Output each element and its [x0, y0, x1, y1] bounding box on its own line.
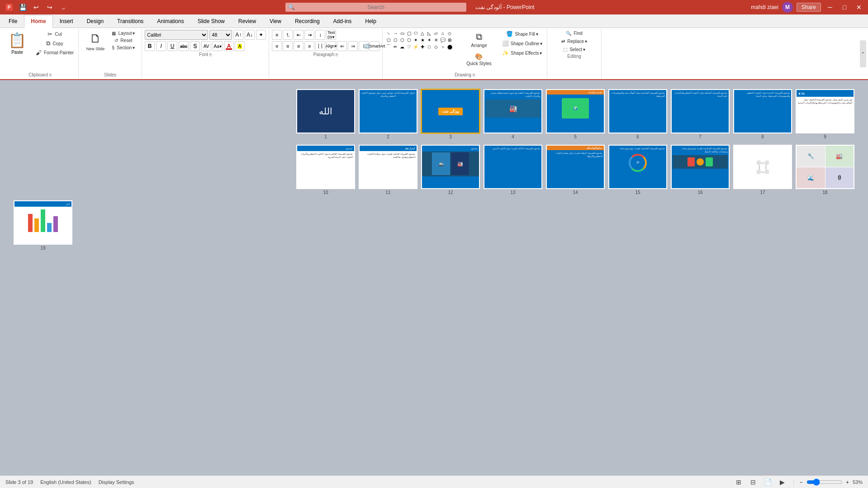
slide-wrapper-5[interactable]: نفت و ترکیبات 🌍 5 [546, 89, 605, 139]
convert-smartart-button[interactable]: 🔄SmartArt [370, 41, 379, 51]
normal-view-button[interactable]: ⊞ [733, 477, 744, 488]
shape-triangle[interactable]: △ [419, 30, 426, 36]
slide-frame-1[interactable]: الله [296, 89, 355, 133]
slide-frame-10[interactable]: محتوى محتوى الشريحة العاشرة حول التلوث ا… [296, 145, 355, 189]
line-spacing-button[interactable]: ↕ [315, 30, 325, 40]
shape-octagon[interactable]: ⬡ [406, 37, 412, 43]
shape-fill-dropdown[interactable]: ▾ [536, 32, 538, 37]
slide-frame-11[interactable]: کنترل‌ نظر محتوى الشريحة الحادية عشرة حو… [359, 145, 417, 189]
undo-button[interactable]: ↩ [31, 2, 42, 13]
clipboard-label[interactable]: Clipboard ⎘ [28, 72, 52, 77]
tab-view[interactable]: View [263, 15, 288, 28]
minimize-button[interactable]: ─ [825, 2, 835, 13]
shape-pentagon[interactable]: ⬠ [385, 37, 392, 43]
slide-frame-16[interactable]: محتوى الشريحة السادسة عشرة مع رسوم بياني… [671, 145, 730, 189]
slide-wrapper-3[interactable]: ویژگی نفت 3 [421, 89, 480, 139]
shape-rtriangle[interactable]: ◺ [426, 30, 432, 36]
font-size-select[interactable]: 48 36 24 18 12 [209, 30, 232, 40]
replace-dropdown[interactable]: ▾ [585, 39, 587, 44]
shape-arrow[interactable]: → [392, 30, 398, 36]
shape-heptagon[interactable]: ⬡ [399, 37, 405, 43]
collapse-ribbon-button[interactable]: ⌃ [860, 40, 866, 67]
paragraph-label[interactable]: Paragraph ⎘ [313, 52, 338, 57]
slide-frame-12[interactable]: محتوى 🚢 🏭 [421, 145, 480, 189]
tab-animations[interactable]: Animations [150, 15, 190, 28]
slide-wrapper-17[interactable]: ⬜—⬜│ │⬜—⬜ 17 [733, 145, 792, 195]
slide-frame-6[interactable]: محتوى الشريحة السادسة حول آلودگی نفت وال… [608, 89, 667, 133]
shape-flow2[interactable]: ◇ [433, 43, 439, 50]
slide-wrapper-13[interactable]: محتوى الشريحة الثالثة عشرة حول التلوث ال… [484, 145, 542, 195]
tab-help[interactable]: Help [358, 15, 383, 28]
slide-frame-9[interactable]: 🛢 OIL نص عربي كثيف يمثل محتوى الشريحة ال… [796, 89, 854, 133]
font-name-select[interactable]: Calibri Arial Times New Roman [145, 30, 208, 40]
decrease-font-button[interactable]: A↓ [245, 30, 255, 40]
drawing-expand-icon[interactable]: ⎘ [473, 73, 475, 77]
slide-frame-3[interactable]: ویژگی نفت [421, 89, 480, 133]
rtl-button[interactable]: ⇐ [337, 41, 347, 51]
search-input[interactable] [285, 3, 466, 12]
shape-effects-dropdown[interactable]: ▾ [540, 51, 542, 56]
restore-button[interactable]: □ [839, 2, 850, 13]
shape-line[interactable]: ⟍ [385, 30, 392, 36]
shape-cloud[interactable]: ☁ [399, 43, 405, 50]
zoom-out-button[interactable]: − [800, 479, 802, 485]
shape-curve[interactable]: ⌒ [385, 43, 392, 50]
shape-rounded-rect[interactable]: ▢ [406, 30, 412, 36]
tab-insert[interactable]: Insert [53, 15, 80, 28]
quick-styles-button[interactable]: 🎨 Quick Styles [464, 51, 494, 68]
tab-addins[interactable]: Add-ins [327, 15, 359, 28]
increase-indent-button[interactable]: ⇥ [304, 30, 314, 40]
arrange-button[interactable]: ⧉ Arrange [464, 30, 494, 50]
align-left-button[interactable]: ≡ [272, 41, 282, 51]
shape-outline-button[interactable]: ⬜ Shape Outline ▾ [500, 39, 544, 47]
layout-button[interactable]: ▦ Layout ▾ [110, 30, 137, 37]
slide-wrapper-19[interactable]: آمار 19 [14, 200, 72, 251]
shape-oval[interactable]: ⬭ [413, 30, 419, 36]
bullets-button[interactable]: ≡ [272, 30, 282, 40]
slide-wrapper-8[interactable]: محتوى الشريحة الثامنة حول التلوث النفطي … [733, 89, 792, 139]
slideshow-view-button[interactable]: ▶ [777, 477, 787, 488]
slide-wrapper-1[interactable]: الله 1 [296, 89, 355, 139]
shape-heart[interactable]: ♡ [406, 43, 412, 50]
copy-button[interactable]: ⧉ Copy [34, 39, 76, 48]
reset-button[interactable]: ↺ Reset [110, 37, 137, 44]
slide-frame-5[interactable]: نفت و ترکیبات 🌍 [546, 89, 605, 133]
text-direction-button[interactable]: Text Dir▾ [326, 30, 336, 40]
clipboard-expand-icon[interactable]: ⎘ [49, 73, 52, 77]
slide-wrapper-4[interactable]: محتوى الشريحة الرابعة مع صورة منصة نفطية… [484, 89, 542, 139]
shape-star6[interactable]: ✶ [426, 37, 432, 43]
slide-wrapper-14[interactable]: منابع آلود‌کنندگی محتوى الشريحة الرابعة … [546, 145, 605, 195]
shape-fill-button[interactable]: 🪣 Shape Fill ▾ [500, 30, 544, 38]
italic-button[interactable]: I [156, 41, 166, 51]
slide-frame-18[interactable]: 🔧 🏭 🌊 🛢 [796, 145, 854, 189]
slide-sorter-button[interactable]: ⊟ [748, 477, 759, 488]
change-case-button[interactable]: Aa▾ [213, 41, 223, 51]
slide-frame-8[interactable]: محتوى الشريحة الثامنة حول التلوث النفطي … [733, 89, 792, 133]
section-button[interactable]: § Section ▾ [110, 44, 137, 51]
slide-frame-2[interactable]: عنوان الشريحة الثانية مع نص عربي حول موض… [359, 89, 417, 133]
tab-slideshow[interactable]: Slide Show [191, 15, 232, 28]
shape-freeform[interactable]: ✏ [392, 43, 398, 50]
shape-parallelogram[interactable]: ▱ [433, 30, 439, 36]
find-button[interactable]: 🔍 Find [560, 30, 589, 37]
justify-button[interactable]: ≡ [304, 41, 314, 51]
align-center-button[interactable]: ≡ [283, 41, 293, 51]
tab-home[interactable]: Home [24, 15, 52, 28]
ribbon-collapse[interactable]: ⌃ [860, 29, 866, 78]
slide-wrapper-7[interactable]: محتوى الشريحة السابعة حول التلوث النفطي … [671, 89, 730, 139]
redo-button[interactable]: ↪ [44, 2, 55, 13]
shape-cross[interactable]: ✚ [419, 43, 426, 50]
new-slide-button[interactable]: 🗋 New Slide [84, 30, 108, 53]
slide-wrapper-16[interactable]: محتوى الشريحة السادسة عشرة مع رسوم بياني… [671, 145, 730, 195]
slide-wrapper-15[interactable]: محتوى الشريحة الخامسة عشرة مع رسوم بياني… [608, 145, 667, 195]
slide-wrapper-10[interactable]: محتوى محتوى الشريحة العاشرة حول التلوث ا… [296, 145, 355, 195]
slide-frame-17[interactable]: ⬜—⬜│ │⬜—⬜ [733, 145, 792, 189]
slide-wrapper-9[interactable]: 🛢 OIL نص عربي كثيف يمثل محتوى الشريحة ال… [796, 89, 854, 139]
shape-hexagon[interactable]: ⬡ [392, 37, 398, 43]
shape-more[interactable]: ⬤ [446, 43, 453, 50]
replace-button[interactable]: ⇄ Replace ▾ [560, 38, 589, 45]
drawing-label[interactable]: Drawing ⎘ [455, 72, 475, 77]
shape-flow3[interactable]: ○ [440, 43, 446, 50]
tab-design[interactable]: Design [80, 15, 110, 28]
save-button[interactable]: 💾 [17, 2, 28, 13]
